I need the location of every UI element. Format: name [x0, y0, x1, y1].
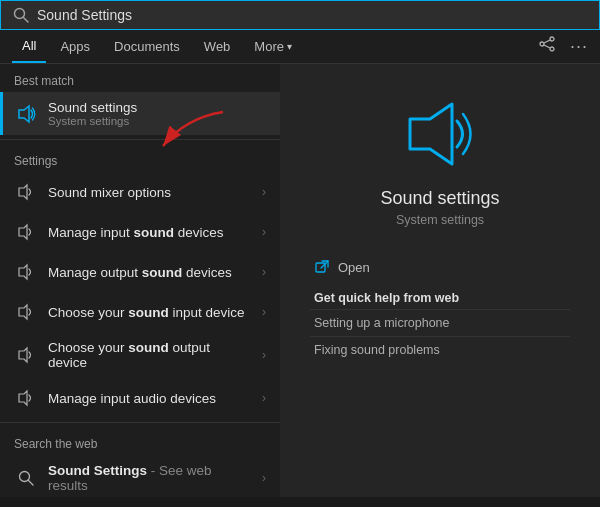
- chevron-right-web: ›: [262, 471, 266, 485]
- tab-documents[interactable]: Documents: [104, 31, 190, 62]
- settings-item-5[interactable]: Manage input audio devices ›: [0, 378, 280, 418]
- svg-line-15: [29, 481, 34, 486]
- settings-item-3-title: Choose your sound input device: [48, 305, 245, 320]
- svg-point-14: [20, 472, 30, 482]
- web-search-item[interactable]: Sound Settings - See web results ›: [0, 455, 280, 497]
- nav-tabs: All Apps Documents Web More ▾ ···: [0, 30, 600, 64]
- chevron-right-icon-2: ›: [262, 265, 266, 279]
- settings-item-3[interactable]: Choose your sound input device ›: [0, 292, 280, 332]
- sound-icon: [14, 102, 38, 126]
- open-action[interactable]: Open: [310, 251, 570, 283]
- settings-item-1[interactable]: Manage input sound devices ›: [0, 212, 280, 252]
- svg-point-3: [550, 47, 554, 51]
- svg-marker-10: [19, 265, 27, 279]
- sound-input-choose-icon: [14, 300, 38, 324]
- sound-output-choose-icon: [14, 343, 38, 367]
- search-icon: [13, 7, 29, 23]
- web-search-label: Search the web: [0, 427, 280, 455]
- tab-all[interactable]: All: [12, 30, 46, 63]
- tab-web[interactable]: Web: [194, 31, 241, 62]
- best-match-subtitle: System settings: [48, 115, 137, 127]
- help-item-1[interactable]: Fixing sound problems: [310, 336, 570, 363]
- best-match-title: Sound settings: [48, 100, 137, 115]
- sound-output-manage-icon: [14, 260, 38, 284]
- svg-marker-13: [19, 391, 27, 405]
- sound-mixer-icon: [14, 180, 38, 204]
- sound-input-manage-icon: [14, 220, 38, 244]
- web-search-icon: [14, 466, 38, 490]
- best-match-item[interactable]: Sound settings System settings: [0, 92, 280, 135]
- svg-marker-12: [19, 348, 27, 362]
- nav-right-icons: ···: [538, 35, 588, 58]
- settings-label: Settings: [0, 144, 280, 172]
- svg-line-6: [544, 45, 550, 48]
- svg-marker-16: [410, 104, 452, 164]
- settings-item-4[interactable]: Choose your sound output device ›: [0, 332, 280, 378]
- best-match-label: Best match: [0, 64, 280, 92]
- chevron-right-icon-5: ›: [262, 391, 266, 405]
- svg-line-1: [24, 18, 29, 23]
- right-actions: Open Get quick help from web Setting up …: [300, 251, 580, 363]
- settings-item-4-title: Choose your sound output device: [48, 340, 252, 370]
- svg-point-4: [540, 42, 544, 46]
- svg-point-2: [550, 37, 554, 41]
- web-search-title: Sound Settings - See web results: [48, 463, 252, 493]
- svg-marker-9: [19, 225, 27, 239]
- settings-item-0[interactable]: Sound mixer options ›: [0, 172, 280, 212]
- chevron-right-icon-3: ›: [262, 305, 266, 319]
- left-panel: Best match Sound settings System setting…: [0, 64, 280, 497]
- settings-item-0-title: Sound mixer options: [48, 185, 171, 200]
- settings-item-2-title: Manage output sound devices: [48, 265, 232, 280]
- divider: [0, 139, 280, 140]
- settings-item-2[interactable]: Manage output sound devices ›: [0, 252, 280, 292]
- svg-rect-17: [316, 263, 325, 272]
- svg-marker-11: [19, 305, 27, 319]
- main-content: Best match Sound settings System setting…: [0, 64, 600, 497]
- help-item-0[interactable]: Setting up a microphone: [310, 309, 570, 336]
- right-subtitle: System settings: [396, 213, 484, 227]
- tab-apps[interactable]: Apps: [50, 31, 100, 62]
- tab-more[interactable]: More ▾: [244, 31, 302, 62]
- more-options-icon[interactable]: ···: [570, 36, 588, 57]
- search-input[interactable]: Sound Settings: [37, 7, 587, 23]
- settings-item-1-title: Manage input sound devices: [48, 225, 224, 240]
- right-panel: Sound settings System settings Open Get …: [280, 64, 600, 497]
- svg-marker-7: [19, 106, 29, 122]
- open-label: Open: [338, 260, 370, 275]
- audio-input-manage-icon: [14, 386, 38, 410]
- open-icon: [314, 259, 330, 275]
- chevron-down-icon: ▾: [287, 41, 292, 52]
- right-title: Sound settings: [380, 188, 499, 209]
- right-sound-icon: [400, 94, 480, 174]
- share-icon[interactable]: [538, 35, 556, 58]
- divider-2: [0, 422, 280, 423]
- settings-item-5-title: Manage input audio devices: [48, 391, 216, 406]
- chevron-right-icon-0: ›: [262, 185, 266, 199]
- chevron-right-icon-4: ›: [262, 348, 266, 362]
- quick-help-label: Get quick help from web: [310, 283, 570, 309]
- chevron-right-icon-1: ›: [262, 225, 266, 239]
- svg-marker-8: [19, 185, 27, 199]
- search-bar: Sound Settings: [0, 0, 600, 30]
- svg-line-5: [544, 40, 550, 43]
